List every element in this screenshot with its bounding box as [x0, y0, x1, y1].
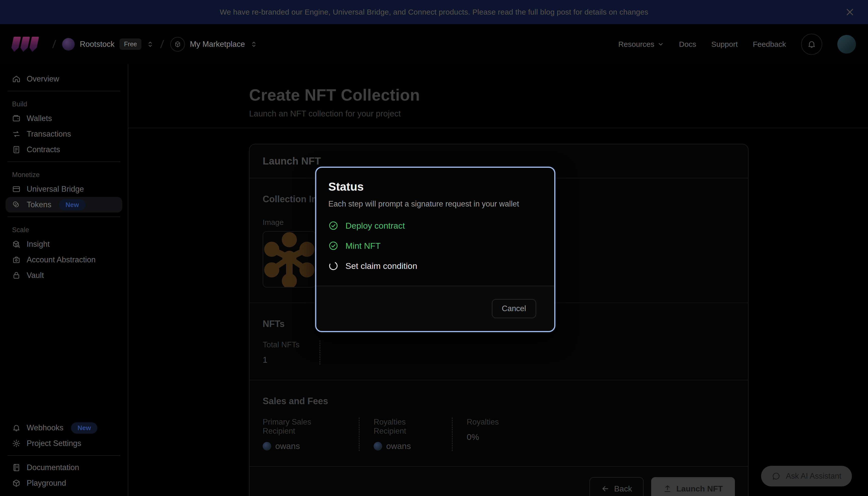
- sidebar-item-universal-bridge[interactable]: Universal Bridge: [5, 181, 122, 197]
- org-avatar: [62, 38, 75, 50]
- launch-nft-button[interactable]: Launch NFT: [651, 477, 735, 496]
- sidebar-item-overview[interactable]: Overview: [5, 71, 122, 87]
- spinner-icon: [328, 261, 338, 271]
- user-avatar[interactable]: [837, 35, 856, 53]
- step-set-claim-condition: Set claim condition: [328, 259, 542, 273]
- royalties-recipient-col: Royalties Recipient owans: [359, 418, 453, 451]
- sidebar-item-playground[interactable]: Playground: [5, 475, 122, 491]
- status-modal: Status Each step will prompt a signature…: [315, 167, 555, 332]
- royalties-recipient-value: owans: [386, 441, 411, 451]
- chevrons-up-down-icon[interactable]: [146, 41, 154, 48]
- book-icon: [12, 463, 21, 472]
- sidebar-item-documentation[interactable]: Documentation: [5, 460, 122, 475]
- page-title: Create NFT Collection: [249, 86, 868, 104]
- new-badge: New: [59, 199, 85, 211]
- nav-docs[interactable]: Docs: [679, 40, 696, 48]
- arrow-left-icon: [601, 484, 610, 493]
- sidebar-divider: [7, 455, 120, 456]
- page-subtitle: Launch an NFT collection for your projec…: [249, 109, 868, 119]
- chevron-down-icon: [657, 41, 664, 48]
- notifications-button[interactable]: [801, 34, 822, 55]
- sidebar-item-project-settings[interactable]: Project Settings: [5, 436, 122, 451]
- primary-sales-label: Primary Sales Recipient: [263, 418, 339, 436]
- breadcrumb-separator: /: [52, 38, 56, 50]
- royalties-recipient-label: Royalties Recipient: [374, 418, 432, 436]
- modal-title: Status: [328, 180, 542, 193]
- gear-icon: [12, 439, 21, 448]
- org-name: Rootstock: [80, 40, 114, 49]
- sidebar-section-monetize: Monetize: [5, 169, 122, 181]
- announcement-text: We have re-branded our Engine, Universal…: [220, 8, 648, 16]
- royalties-col: Royalties 0%: [453, 418, 519, 451]
- nav-support[interactable]: Support: [711, 40, 738, 48]
- sidebar-section-scale: Scale: [5, 223, 122, 236]
- sidebar-item-contracts[interactable]: Contracts: [5, 142, 122, 157]
- modal-subtitle: Each step will prompt a signature reques…: [328, 200, 542, 208]
- wallet-avatar: [263, 442, 271, 450]
- card-icon: [12, 185, 21, 193]
- home-icon: [12, 75, 21, 83]
- bell-icon: [807, 40, 816, 49]
- modal-footer: Cancel: [316, 286, 554, 331]
- sidebar-item-account-abstraction[interactable]: Account Abstraction: [5, 252, 122, 268]
- breadcrumb-project[interactable]: My Marketplace: [170, 37, 258, 51]
- cube-icon: [170, 37, 185, 51]
- total-nfts-label: Total NFTs: [263, 340, 299, 350]
- close-icon[interactable]: [843, 5, 857, 19]
- announcement-banner: We have re-branded our Engine, Universal…: [0, 0, 868, 24]
- wallet-avatar: [374, 442, 382, 450]
- document-icon: [12, 145, 21, 154]
- coins-icon: [12, 200, 21, 209]
- royalties-value: 0%: [467, 432, 499, 442]
- upload-icon: [663, 484, 672, 493]
- top-header: / Rootstock Free / My Marketplace Resour…: [0, 24, 868, 64]
- sidebar-divider: [7, 161, 120, 162]
- back-button[interactable]: Back: [589, 477, 644, 496]
- card-title: Launch NFT: [263, 155, 321, 167]
- sidebar: Overview Build Wallets Transactions Cont…: [0, 64, 128, 496]
- bell-icon: [12, 423, 21, 432]
- sidebar-item-insight[interactable]: Insight: [5, 236, 122, 252]
- breadcrumb-separator: /: [160, 38, 164, 50]
- arrows-exchange-icon: [12, 130, 21, 138]
- cube-search-icon: [12, 240, 21, 248]
- collection-image: [263, 231, 316, 288]
- cancel-button[interactable]: Cancel: [492, 299, 537, 318]
- chat-bubble-icon: [772, 471, 781, 481]
- sidebar-item-wallets[interactable]: Wallets: [5, 111, 122, 126]
- sales-fees-section: Sales and Fees Primary Sales Recipient o…: [250, 380, 748, 466]
- primary-sales-col: Primary Sales Recipient owans: [263, 418, 359, 451]
- thirdweb-logo-icon[interactable]: [11, 37, 39, 52]
- check-circle-icon: [328, 221, 338, 231]
- briefcase-icon: [12, 255, 21, 264]
- sidebar-item-vault[interactable]: Vault: [5, 268, 122, 283]
- breadcrumb-org[interactable]: Rootstock Free: [62, 38, 154, 50]
- sidebar-item-transactions[interactable]: Transactions: [5, 126, 122, 142]
- nav-resources[interactable]: Resources: [618, 40, 664, 48]
- royalties-label: Royalties: [467, 418, 499, 427]
- new-badge: New: [71, 422, 97, 434]
- sidebar-item-tokens[interactable]: Tokens New: [5, 197, 122, 213]
- project-name: My Marketplace: [190, 40, 245, 49]
- nav-feedback[interactable]: Feedback: [753, 40, 786, 48]
- check-circle-icon: [328, 241, 338, 251]
- plan-badge: Free: [120, 38, 141, 50]
- total-nfts-value: 1: [263, 355, 299, 365]
- lock-icon: [12, 271, 21, 280]
- total-nfts-col: Total NFTs 1: [263, 340, 320, 365]
- sidebar-item-webhooks[interactable]: Webhooks New: [5, 420, 122, 436]
- step-mint-nft: Mint NFT: [328, 239, 542, 253]
- chevrons-up-down-icon[interactable]: [250, 41, 258, 48]
- sales-fees-heading: Sales and Fees: [263, 396, 735, 406]
- sidebar-divider: [7, 217, 120, 217]
- page-header: Create NFT Collection Launch an NFT coll…: [128, 64, 868, 128]
- box-icon: [12, 479, 21, 487]
- wallet-icon: [12, 114, 21, 123]
- sidebar-section-build: Build: [5, 98, 122, 111]
- ask-ai-assistant-button[interactable]: Ask AI Assistant: [761, 466, 852, 486]
- card-footer: Back Launch NFT: [250, 466, 748, 496]
- primary-sales-value: owans: [275, 441, 300, 451]
- sidebar-divider: [7, 91, 120, 91]
- step-deploy-contract: Deploy contract: [328, 219, 542, 233]
